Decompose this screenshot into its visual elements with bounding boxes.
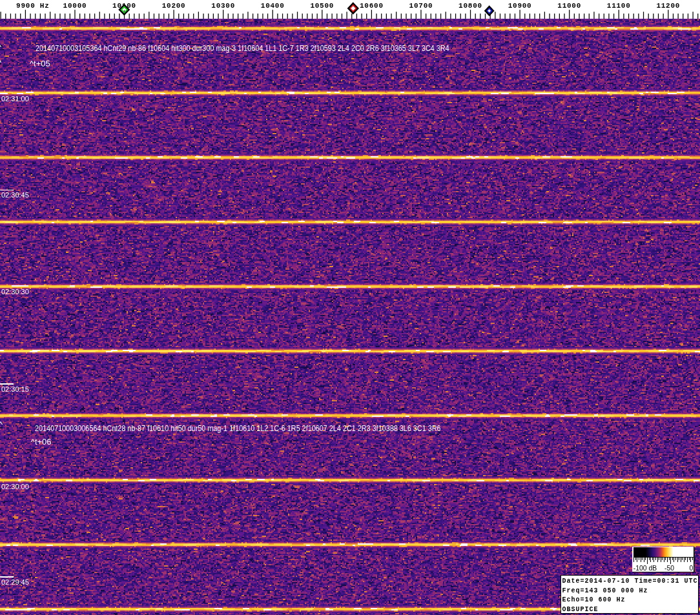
svg-text:10600: 10600 [360,2,384,10]
svg-text:11100: 11100 [607,2,631,10]
svg-text:10400: 10400 [261,2,285,10]
svg-text:10200: 10200 [162,2,186,10]
svg-text:10700: 10700 [409,2,433,10]
svg-text:11000: 11000 [557,2,581,10]
svg-text:10300: 10300 [211,2,235,10]
svg-text:9900 Hz: 9900 Hz [16,2,49,10]
svg-text:10500: 10500 [310,2,334,10]
svg-text:11200: 11200 [656,2,680,10]
svg-text:10900: 10900 [508,2,532,10]
svg-text:10000: 10000 [63,2,87,10]
svg-text:10800: 10800 [458,2,482,10]
